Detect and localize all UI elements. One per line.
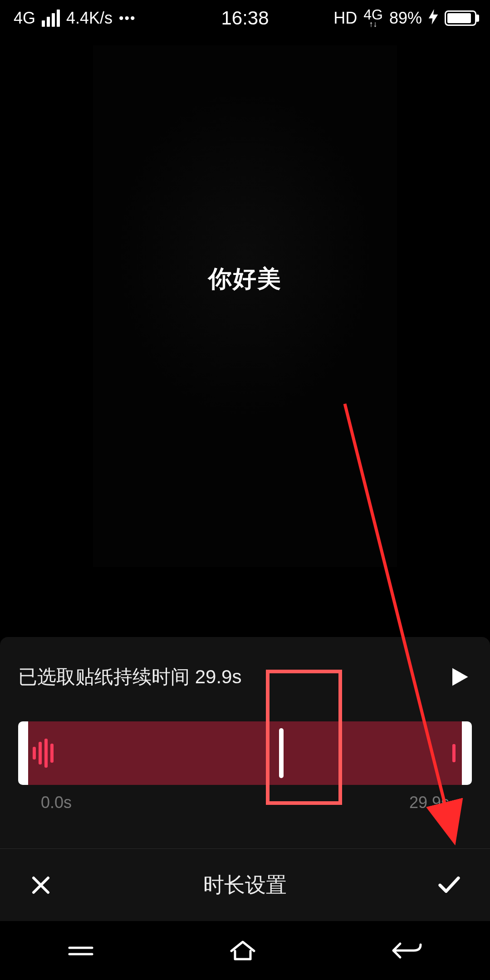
play-button[interactable] [445,665,472,689]
status-bar: 4G 4.4K/s ••• 16:38 HD 4G↑↓ 89% [0,0,490,36]
mobile-data-icon: 4G↑↓ [363,9,383,27]
timeline[interactable]: 0.0s 29.9s [0,690,490,821]
panel-title: 时长设置 [54,871,436,899]
signal-icon [42,10,60,27]
duration-panel: 已选取贴纸持续时间 29.9s 0.0s 29.9s 时长设置 [0,637,490,921]
nav-menu-icon[interactable] [65,941,97,960]
system-nav-bar [0,921,490,980]
playhead[interactable] [279,728,284,778]
network-type-label: 4G [14,9,35,28]
battery-icon [445,10,476,26]
hd-label: HD [333,9,357,28]
selected-duration-label: 已选取贴纸持续时间 29.9s [18,664,241,690]
trim-handle-right[interactable] [452,744,456,762]
nav-home-icon[interactable] [227,938,259,963]
battery-percent-label: 89% [389,9,422,28]
charging-icon [428,9,438,28]
network-speed-label: 4.4K/s [66,9,113,28]
timeline-start-label: 0.0s [41,793,72,812]
nav-back-icon[interactable] [389,939,425,962]
timeline-track[interactable] [18,721,472,785]
more-dots-icon: ••• [119,10,136,26]
timeline-end-label: 29.9s [409,793,449,812]
clock-label: 16:38 [221,7,269,29]
sticker-text[interactable]: 你好美 [208,263,282,295]
confirm-button[interactable] [436,873,463,897]
cancel-button[interactable] [27,874,54,896]
video-preview[interactable]: 你好美 [93,45,397,567]
waveform-icon [33,739,54,768]
